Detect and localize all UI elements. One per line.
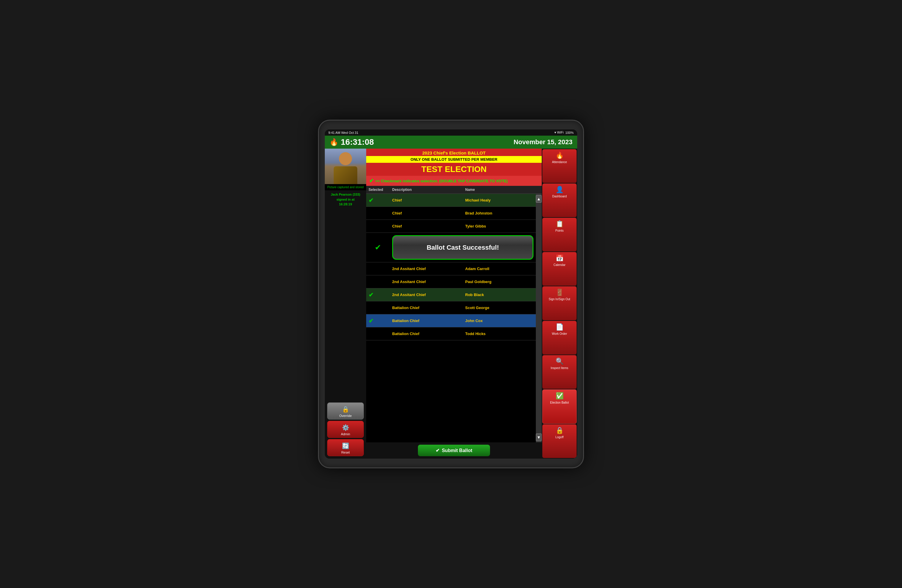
row-name-8: John Cox xyxy=(463,316,536,325)
instruction-text: << Checkmark indicates selection. (DOUBL… xyxy=(375,179,508,183)
work-order-label: Work Order xyxy=(552,332,567,335)
center-content: 2023 Chief's Election BALLOT ONLY ONE BA… xyxy=(366,149,542,458)
row-selected-8: ✔ xyxy=(366,315,390,327)
row-name-2: Tyler Gibbs xyxy=(463,222,536,231)
dashboard-icon: 👤 xyxy=(556,186,564,194)
reset-label: Reset xyxy=(341,450,350,454)
ballot-instruction: ✔ << Checkmark indicates selection. (DOU… xyxy=(366,176,542,186)
row-name-0: Michael Healy xyxy=(463,195,536,205)
success-message-box: Ballot Cast Successful! xyxy=(392,235,534,260)
user-name: Jack Pearson (333) xyxy=(326,192,365,197)
override-button[interactable]: 🔒 Override xyxy=(327,402,364,419)
table-row[interactable]: Battalion Chief Scott George xyxy=(366,301,536,314)
points-button[interactable]: 📋 Points xyxy=(542,218,576,252)
work-order-button[interactable]: 📄 Work Order xyxy=(542,321,576,355)
logoff-icon: 🔒 xyxy=(556,427,564,434)
ipad-screen: 9:41 AM Wed Oct 31 ▾ WiFi 100% 🔥 16:31:0… xyxy=(325,130,577,458)
row-name-4: Adam Carroll xyxy=(463,264,536,273)
sign-in-out-button[interactable]: 🚪 Sign In/Sign Out xyxy=(542,286,576,320)
ballot-warning: ONLY ONE BALLOT SUBMITTED PER MEMBER xyxy=(366,156,542,163)
logoff-button[interactable]: 🔒 Logoff xyxy=(542,424,576,458)
sign-in-out-label: Sign In/Sign Out xyxy=(549,297,570,301)
table-wrapper: ✔ Chief Michael Healy Chief Brad Johnsto… xyxy=(366,194,542,443)
row-selected-0: ✔ xyxy=(366,194,390,206)
election-icon: ✅ xyxy=(556,392,564,400)
submit-check-icon: ✔ xyxy=(435,448,440,453)
success-row: ✔ Ballot Cast Successful! xyxy=(366,233,536,263)
submit-bar: ✔ Submit Ballot xyxy=(366,443,542,458)
row-desc-5: 2nd Assitant Chief xyxy=(390,277,463,286)
header-bar: 🔥 16:31:08 November 15, 2023 xyxy=(325,136,577,149)
person-body xyxy=(334,166,357,184)
checkmark-instruction-icon: ✔ xyxy=(369,178,374,184)
main-area: Picture captured and stored Jack Pearson… xyxy=(325,149,577,458)
row-selected-9 xyxy=(366,332,390,336)
row-desc-8: Battalion Chief xyxy=(390,316,463,325)
attendance-button[interactable]: 🔥 Attendance xyxy=(542,149,576,183)
table-row[interactable]: Chief Tyler Gibbs xyxy=(366,220,536,233)
ballot-title: 2023 Chief's Election BALLOT xyxy=(366,150,542,155)
status-bar: 9:41 AM Wed Oct 31 ▾ WiFi 100% xyxy=(325,130,577,136)
ipad-frame: 9:41 AM Wed Oct 31 ▾ WiFi 100% 🔥 16:31:0… xyxy=(318,120,584,468)
row-selected-7 xyxy=(366,305,390,310)
admin-button[interactable]: ⚙️ Admin xyxy=(327,421,364,438)
logoff-label: Logoff xyxy=(555,436,564,439)
left-sidebar-bottom: 🔒 Override ⚙️ Admin 🔄 Reset xyxy=(325,209,366,459)
table-row[interactable]: ✔ Battalion Chief John Cox xyxy=(366,314,536,327)
table-row[interactable]: Chief Brad Johnston xyxy=(366,207,536,220)
header-time-area: 🔥 16:31:08 xyxy=(329,138,374,147)
scroll-up-button[interactable]: ▲ xyxy=(536,195,542,203)
row-desc-4: 2nd Assitant Chief xyxy=(390,264,463,273)
row-name-9: Todd Hicks xyxy=(463,329,536,338)
attendance-label: Attendance xyxy=(552,160,567,164)
points-label: Points xyxy=(555,229,564,232)
row-desc-1: Chief xyxy=(390,209,463,218)
election-ballot-button[interactable]: ✅ Election Ballot xyxy=(542,389,576,424)
flame-icon: 🔥 xyxy=(329,138,338,146)
row-desc-7: Battalion Chief xyxy=(390,303,463,312)
row-desc-9: Battalion Chief xyxy=(390,329,463,338)
scroll-down-button[interactable]: ▼ xyxy=(536,433,542,441)
table-row[interactable]: ✔ 2nd Assitant Chief Rob Black xyxy=(366,288,536,301)
user-info: Jack Pearson (333) signed in at 16:28:19 xyxy=(325,190,366,209)
row-desc-2: Chief xyxy=(390,222,463,231)
sign-in-out-icon: 🚪 xyxy=(556,289,564,296)
table-row[interactable]: 2nd Assitant Chief Adam Carroll xyxy=(366,263,536,275)
signed-in-label: signed in at xyxy=(326,197,365,202)
row-selected-5 xyxy=(366,280,390,284)
calendar-button[interactable]: 📅 Calendar xyxy=(542,252,576,286)
right-sidebar: 🔥 Attendance 👤 Dashboard 📋 Points 📅 Cale… xyxy=(542,149,577,458)
header-date: November 15, 2023 xyxy=(514,138,573,146)
wifi-icon: ▾ WiFi xyxy=(554,131,564,134)
submit-ballot-button[interactable]: ✔ Submit Ballot xyxy=(418,445,490,456)
ballot-table: Selected Description Name ✔ Chief Michae… xyxy=(366,186,542,443)
inspect-items-button[interactable]: 🔍 Inspect Items xyxy=(542,355,576,389)
election-label: Election Ballot xyxy=(550,401,568,404)
row-selected-2 xyxy=(366,224,390,229)
table-row[interactable]: Battalion Chief Todd Hicks xyxy=(366,327,536,340)
success-check-icon: ✔ xyxy=(366,233,390,262)
scroll-arrows: ▲ ▼ xyxy=(536,194,542,443)
ballot-header: 2023 Chief's Election BALLOT xyxy=(366,149,542,156)
user-photo xyxy=(325,149,366,184)
table-row[interactable]: ✔ Chief Michael Healy xyxy=(366,194,536,207)
row-selected-6: ✔ xyxy=(366,289,390,301)
submit-label: Submit Ballot xyxy=(442,448,472,453)
points-icon: 📋 xyxy=(556,220,564,228)
calendar-label: Calendar xyxy=(554,263,566,266)
picture-captured-text: Picture captured and stored xyxy=(325,184,366,190)
row-name-5: Paul Goldberg xyxy=(463,277,536,286)
reset-button[interactable]: 🔄 Reset xyxy=(327,439,364,456)
person-head xyxy=(339,152,352,165)
dashboard-button[interactable]: 👤 Dashboard xyxy=(542,183,576,217)
table-row[interactable]: 2nd Assitant Chief Paul Goldberg xyxy=(366,275,536,288)
th-name: Name xyxy=(463,186,536,194)
attendance-icon: 🔥 xyxy=(556,152,564,159)
th-selected: Selected xyxy=(366,186,390,194)
inspect-label: Inspect Items xyxy=(551,366,568,370)
status-time: 9:41 AM Wed Oct 31 xyxy=(328,131,358,134)
row-name-6: Rob Black xyxy=(463,290,536,299)
left-sidebar: Picture captured and stored Jack Pearson… xyxy=(325,149,366,458)
table-body[interactable]: ✔ Chief Michael Healy Chief Brad Johnsto… xyxy=(366,194,536,443)
election-name: TEST ELECTION xyxy=(366,163,542,176)
